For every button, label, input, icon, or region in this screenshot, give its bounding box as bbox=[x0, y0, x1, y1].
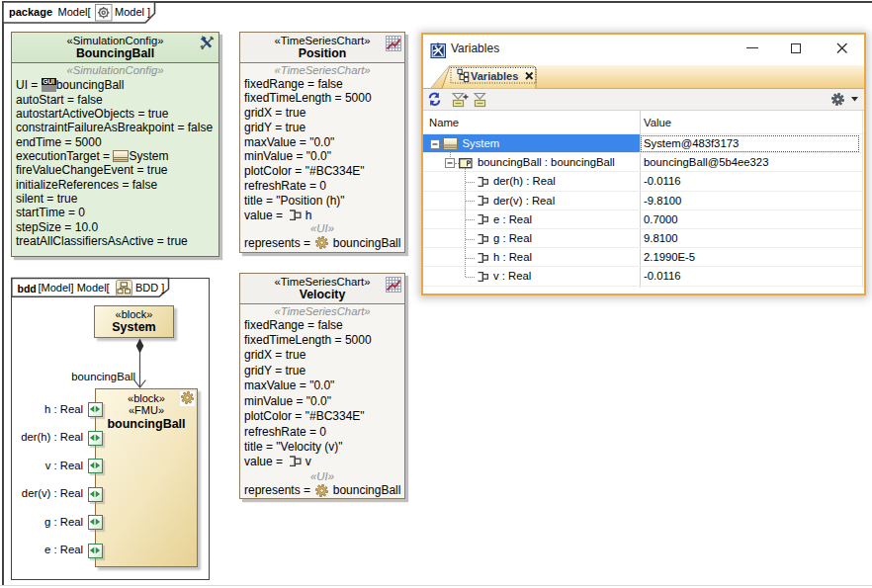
svg-text:Variables: Variables bbox=[471, 70, 518, 82]
